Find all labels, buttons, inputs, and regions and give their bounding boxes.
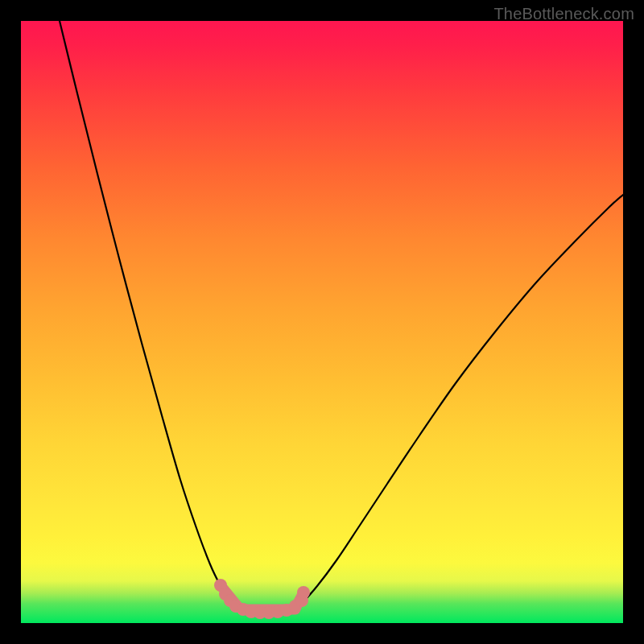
watermark-text: TheBottleneck.com (493, 5, 634, 23)
svg-point-12 (297, 586, 310, 599)
chart-svg (21, 21, 623, 623)
plot-area (21, 21, 623, 623)
chart-frame: TheBottleneck.com (0, 0, 644, 644)
